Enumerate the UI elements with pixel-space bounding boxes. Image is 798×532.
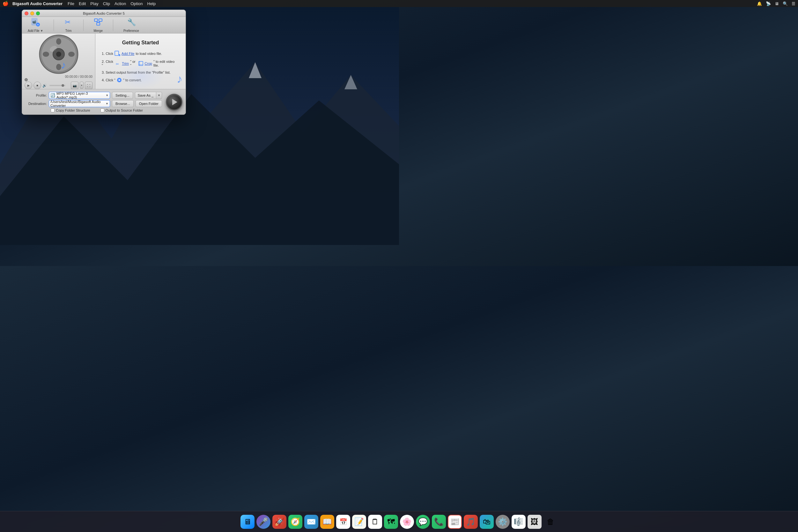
- volume-thumb[interactable]: [61, 84, 64, 87]
- toolbar-divider-1: [54, 19, 54, 31]
- settings-main-area: Profile: 🔄 MP3 MPEG Layer-3 Audio(*.mp3)…: [25, 91, 183, 113]
- video-preview: ♪: [22, 34, 95, 75]
- browse-button[interactable]: Browse...: [112, 100, 134, 107]
- svg-text:✂: ✂: [65, 18, 71, 26]
- profile-label: Profile:: [25, 93, 47, 97]
- step-4-suffix: " to convert.: [123, 78, 141, 82]
- step-2-crop-icon: [138, 61, 143, 66]
- preference-button[interactable]: 🔧 Preference: [121, 16, 141, 34]
- window-buttons: [24, 12, 40, 15]
- checkboxes-row: Copy Folder Structure Output to Source F…: [25, 109, 162, 112]
- menu-clip[interactable]: Clip: [103, 1, 110, 6]
- stop-button[interactable]: ■: [34, 82, 41, 89]
- playback-controls: ▶ ■ 🔊 📷 ▼ ⛶: [22, 80, 95, 91]
- menu-file[interactable]: File: [68, 1, 74, 6]
- svg-marker-4: [249, 62, 262, 78]
- svg-text:♪: ♪: [61, 59, 66, 71]
- preference-label: Preference: [124, 29, 139, 33]
- open-folder-button[interactable]: Open Folder: [136, 100, 162, 107]
- svg-rect-12: [99, 19, 102, 21]
- svg-text:📹: 📹: [32, 20, 36, 24]
- svg-text:+: +: [118, 55, 120, 56]
- info-panel: Getting Started 1. Click + Add File to l…: [95, 34, 186, 89]
- music-note-decoration: ♪: [177, 72, 183, 86]
- svg-point-22: [68, 52, 75, 57]
- step-2: 2. Click " ✂ Trim " or " Crop " to edit …: [102, 60, 179, 67]
- step-2-prefix: 2. Click ": [102, 60, 114, 67]
- copy-folder-box[interactable]: [51, 109, 55, 112]
- destination-label: Destination:: [25, 102, 47, 106]
- minimize-button[interactable]: [30, 12, 34, 15]
- svg-text:+: +: [37, 23, 39, 26]
- destination-row: Destination: /Users/test/Music/Bigasoft …: [25, 100, 162, 107]
- step-4: 4. Click " " to convert.: [102, 77, 179, 82]
- save-as-button[interactable]: Save As _: [135, 92, 157, 99]
- screenshot-dropdown[interactable]: ▼: [80, 82, 83, 89]
- settings-bar: Profile: 🔄 MP3 MPEG Layer-3 Audio(*.mp3)…: [22, 89, 186, 114]
- menu-play[interactable]: Play: [90, 1, 98, 6]
- setting-button[interactable]: Setting...: [112, 92, 133, 99]
- step-3: 3. Select output format from the "Profil…: [102, 71, 179, 74]
- convert-button[interactable]: [166, 94, 183, 110]
- maximize-button[interactable]: [36, 12, 40, 15]
- fullscreen-button[interactable]: ⛶: [85, 82, 93, 89]
- profile-row: Profile: 🔄 MP3 MPEG Layer-3 Audio(*.mp3)…: [25, 92, 162, 99]
- destination-input[interactable]: /Users/test/Music/Bigasoft Audio Convert…: [49, 100, 110, 107]
- volume-slider[interactable]: [50, 85, 65, 86]
- merge-button[interactable]: Merge: [91, 16, 105, 34]
- progress-thumb[interactable]: [24, 78, 28, 81]
- menu-action[interactable]: Action: [114, 1, 126, 6]
- app-name[interactable]: Bigasoft Audio Converter: [13, 1, 62, 6]
- getting-started-title: Getting Started: [102, 40, 179, 45]
- crop-link[interactable]: Crop: [145, 61, 152, 65]
- preview-panel: ♪ 00:00:00 / 00:00:00 ▶ ■ 🔊 📷 ▼ ⛶: [22, 34, 95, 89]
- screenshot-button[interactable]: 📷: [71, 82, 78, 89]
- trim-label: Trim: [65, 29, 72, 33]
- volume-icon: 🔊: [42, 83, 47, 88]
- menu-option[interactable]: Option: [130, 1, 142, 6]
- save-as-group: Save As _ ▼: [135, 92, 162, 99]
- apple-menu[interactable]: 🍎: [3, 1, 8, 6]
- add-file-link[interactable]: Add File: [121, 52, 134, 56]
- step-1-icon: +: [114, 51, 120, 56]
- output-source-label: Output to Source Folder: [106, 109, 143, 112]
- svg-rect-31: [139, 61, 143, 65]
- svg-point-24: [56, 52, 61, 57]
- step-3-text: 3. Select output format from the "Profil…: [102, 71, 171, 74]
- menu-edit[interactable]: Edit: [79, 1, 86, 6]
- trim-button[interactable]: ✂ Trim: [61, 16, 76, 34]
- step-4-prefix: 4. Click ": [102, 78, 115, 82]
- window-title: Bigasoft Audio Converter 5: [83, 12, 125, 15]
- step-2-suffix: " to edit video file.: [153, 60, 179, 67]
- save-as-dropdown[interactable]: ▼: [156, 92, 162, 99]
- svg-point-21: [43, 52, 49, 57]
- profile-dropdown-arrow[interactable]: ▼: [106, 94, 109, 97]
- svg-rect-13: [97, 23, 100, 25]
- main-content: ♪ 00:00:00 / 00:00:00 ▶ ■ 🔊 📷 ▼ ⛶: [22, 34, 186, 89]
- time-display: 00:00:00 / 00:00:00: [22, 75, 95, 78]
- destination-dropdown-arrow[interactable]: ▼: [106, 102, 109, 105]
- step-2-or: " or ": [130, 60, 137, 67]
- menu-help[interactable]: Help: [147, 1, 156, 6]
- svg-marker-5: [344, 75, 357, 89]
- add-file-label: Add File: [28, 29, 40, 33]
- step-1-suffix: to load video file.: [136, 52, 162, 56]
- trim-link[interactable]: Trim: [122, 61, 129, 65]
- add-file-button[interactable]: 📹 + Add File ▼: [25, 16, 46, 34]
- toolbar-divider-2: [83, 19, 83, 31]
- profile-select[interactable]: 🔄 MP3 MPEG Layer-3 Audio(*.mp3) ▼: [49, 92, 110, 99]
- step-1: 1. Click + Add File to load video file.: [102, 51, 179, 56]
- play-button[interactable]: ▶: [24, 82, 32, 89]
- step-1-text: 1. Click: [102, 52, 113, 56]
- add-file-dropdown[interactable]: ▼: [40, 29, 43, 33]
- close-button[interactable]: [24, 12, 28, 15]
- output-source-checkbox[interactable]: Output to Source Folder: [100, 109, 143, 112]
- copy-folder-checkbox[interactable]: Copy Folder Structure: [51, 109, 90, 112]
- right-controls: 📷 ▼ ⛶: [71, 82, 93, 89]
- copy-folder-label: Copy Folder Structure: [56, 109, 90, 112]
- svg-rect-11: [94, 19, 98, 21]
- swirl-decoration: [117, 63, 165, 89]
- film-reel-image: ♪: [38, 34, 79, 75]
- output-source-box[interactable]: [100, 109, 104, 112]
- toolbar-divider-3: [113, 19, 113, 31]
